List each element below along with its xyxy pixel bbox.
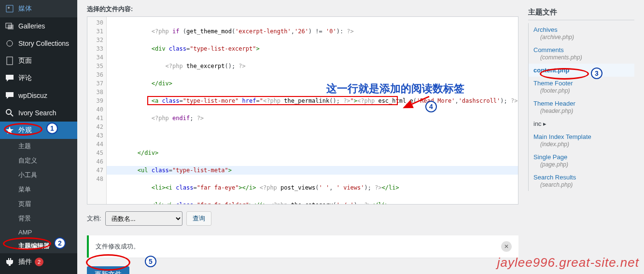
dismiss-icon[interactable]: ✕ [501, 241, 512, 252]
menu-label: Ivory Search [18, 109, 56, 117]
code-area[interactable]: <?php if (get_theme_mod('excerpt-length'… [107, 17, 518, 204]
menu-galleries[interactable]: Galleries [0, 17, 77, 35]
update-file-button[interactable]: 更新文件 [87, 266, 129, 274]
svg-rect-2 [8, 25, 14, 29]
sub-customize[interactable]: 自定义 [0, 153, 77, 168]
menu-label: Story Collections [18, 40, 69, 47]
lookup-button[interactable]: 查询 [186, 211, 211, 226]
file-header[interactable]: Theme Header(header.php) [529, 97, 634, 117]
line-gutter: 30313233343536373839404142434445464748 [87, 17, 107, 204]
menu-label: 页面 [18, 56, 32, 65]
svg-rect-4 [7, 57, 13, 65]
sub-header[interactable]: 页眉 [0, 197, 77, 211]
file-page[interactable]: Single Page(page.php) [529, 151, 634, 171]
watermark: jaylee996.great-site.net [497, 255, 639, 270]
menu-label: wpDiscuz [18, 92, 47, 99]
sub-theme-editor[interactable]: 主题编辑器 [0, 239, 77, 253]
menu-label: 外观 [18, 126, 32, 135]
file-inc[interactable]: inc ▸ [529, 117, 634, 130]
notice-text: 文件修改成功。 [96, 242, 140, 251]
function-select[interactable]: 函数名... [105, 211, 182, 226]
menu-label: 插件 [18, 258, 32, 266]
svg-line-6 [11, 114, 13, 116]
menu-wpdiscuz[interactable]: wpDiscuz [0, 87, 77, 104]
content-label: 选择的文件内容: [87, 5, 518, 14]
menu-story[interactable]: Story Collections [0, 35, 77, 52]
file-index[interactable]: Main Index Template(index.php) [529, 130, 634, 151]
svg-point-0 [8, 7, 10, 9]
sub-bg[interactable]: 背景 [0, 211, 77, 226]
sub-amp[interactable]: AMP [0, 226, 77, 239]
sub-themes[interactable]: 主题 [0, 139, 77, 153]
svg-point-3 [7, 41, 13, 46]
theme-files-panel: 主题文件 Archives(archive.php) Comments(comm… [528, 5, 634, 274]
file-content[interactable]: content.php [529, 64, 634, 77]
update-badge: 2 [35, 258, 43, 266]
success-notice: 文件修改成功。 ✕ [87, 235, 518, 258]
appearance-submenu: 主题 自定义 小工具 菜单 页眉 背景 AMP 主题编辑器 [0, 139, 77, 253]
admin-sidebar: 媒体 Galleries Story Collections 页面 评论 wpD… [0, 0, 77, 274]
file-comments[interactable]: Comments(comments.php) [529, 43, 634, 64]
svg-point-5 [6, 110, 11, 114]
main-content: 选择的文件内容: 3031323334353637383940414243444… [77, 0, 644, 274]
doc-label: 文档: [87, 214, 101, 223]
file-footer[interactable]: Theme Footer(footer.php) [529, 77, 634, 97]
code-editor[interactable]: 30313233343536373839404142434445464748 <… [87, 16, 518, 205]
file-archives[interactable]: Archives(archive.php) [529, 23, 634, 43]
menu-pages[interactable]: 页面 [0, 52, 77, 69]
menu-label: Galleries [18, 22, 45, 30]
files-title: 主题文件 [528, 5, 634, 20]
menu-plugins[interactable]: 插件2 [0, 253, 77, 271]
menu-comments[interactable]: 评论 [0, 69, 77, 87]
menu-ivorysearch[interactable]: Ivory Search [0, 104, 77, 122]
file-search[interactable]: Search Results(search.php) [529, 171, 634, 191]
menu-appearance[interactable]: 外观 [0, 122, 77, 139]
menu-media[interactable]: 媒体 [0, 0, 77, 17]
menu-label: 评论 [18, 74, 32, 82]
sub-menus[interactable]: 菜单 [0, 182, 77, 197]
sub-widgets[interactable]: 小工具 [0, 168, 77, 182]
menu-label: 媒体 [18, 4, 32, 13]
